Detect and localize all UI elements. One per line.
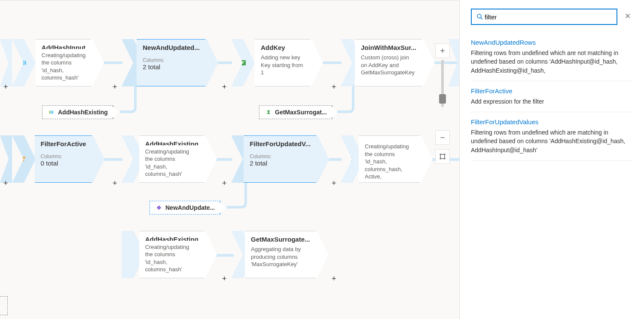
zoom-slider[interactable] [441, 60, 444, 107]
result-title[interactable]: NewAndUpdatedRows [471, 39, 633, 46]
svg-rect-2 [25, 61, 26, 65]
search-results: NewAndUpdatedRows Filtering rows from un… [471, 33, 633, 161]
search-box[interactable] [471, 9, 617, 25]
node-addhashexisting[interactable]: AddHashExisting Creating/updating the co… [122, 135, 214, 183]
columns-value: 2 total [143, 63, 200, 71]
search-result[interactable]: FilterForUpdatedValues Filtering rows fr… [471, 112, 633, 161]
close-search-button[interactable] [623, 11, 633, 23]
add-step-button[interactable]: + [3, 179, 8, 187]
node-updateobsolete[interactable]: UpdateObsolete Creating/updating the col… [341, 135, 430, 183]
result-title[interactable]: FilterForActive [471, 87, 633, 95]
node-title: NewAndUpdated... [143, 44, 200, 51]
svg-point-21 [477, 14, 481, 18]
derived-column-icon [126, 155, 134, 163]
node-title: GetMaxSurrogate... [251, 236, 310, 243]
derived-column-icon [346, 155, 354, 163]
svg-rect-13 [129, 157, 131, 161]
next-node-lead[interactable] [449, 39, 459, 86]
ref-addhashexisting[interactable]: AddHashExisting [42, 105, 113, 119]
node-desc: Creating/updating the columns 'id_hash, … [145, 148, 198, 178]
result-desc: Add expression for the filter [471, 97, 633, 106]
node-title: AddHashExisting [145, 236, 198, 241]
node-desc: Creating/updating the columns 'id_hash, … [365, 143, 414, 181]
columns-value: 2 total [250, 160, 311, 167]
aggregate-icon [234, 251, 242, 258]
node-title: FilterForActive [41, 140, 86, 147]
filter-icon [19, 155, 27, 163]
exists-icon [125, 59, 133, 67]
derived-column-icon [48, 108, 55, 116]
svg-rect-6 [242, 63, 244, 64]
svg-rect-1 [23, 61, 24, 65]
node-addkey[interactable]: AddKey Adding new key Key starting from … [231, 39, 324, 86]
result-title[interactable]: FilterForUpdatedValues [471, 118, 633, 126]
node-title: AddHashExisting [145, 140, 198, 145]
svg-marker-3 [126, 60, 132, 66]
exists-icon [155, 204, 163, 212]
add-step-button[interactable]: + [3, 83, 8, 91]
search-icon [476, 13, 484, 21]
ref-label: AddHashExisting [58, 109, 108, 116]
svg-rect-14 [131, 157, 133, 161]
fit-to-screen-button[interactable] [435, 149, 450, 164]
svg-rect-0 [21, 61, 22, 65]
columns-label: Columns: [41, 153, 86, 160]
svg-marker-15 [235, 156, 241, 162]
aggregate-icon [265, 108, 272, 116]
node-desc: Creating/updating the columns 'id_hash, … [42, 52, 86, 82]
node-addhashinput[interactable]: AddHashInput Creating/updating the colum… [12, 39, 104, 86]
zoom-out-button[interactable] [435, 130, 450, 145]
zoom-thumb[interactable] [439, 94, 446, 104]
result-desc: Filtering rows from undefined which are … [471, 49, 633, 75]
add-step-button[interactable]: + [332, 83, 336, 91]
node-filterforactive[interactable]: FilterForActive Columns: 0 total [12, 135, 104, 183]
svg-point-8 [347, 61, 351, 65]
node-title: FilterForUpdatedV... [250, 140, 311, 147]
svg-rect-9 [49, 111, 50, 114]
ref-label: NewAndUpdate... [165, 204, 215, 211]
svg-marker-19 [157, 206, 162, 210]
svg-rect-5 [242, 61, 244, 62]
ref-newandupdated[interactable]: NewAndUpdate... [150, 201, 220, 215]
node-desc: Aggregating data by producing columns 'M… [251, 245, 310, 268]
node-addhashexisting-3[interactable]: . AddHashExisting Creating/updating the … [122, 231, 214, 278]
node-getmaxsurrogate[interactable]: GetMaxSurrogate... Aggregating data by p… [231, 231, 324, 278]
search-result[interactable]: NewAndUpdatedRows Filtering rows from un… [471, 33, 633, 81]
columns-label: Columns: [143, 57, 200, 63]
join-icon [344, 59, 351, 67]
svg-rect-10 [51, 111, 52, 114]
exists-icon [234, 155, 241, 163]
svg-point-7 [345, 61, 349, 65]
ref-getmaxsurrogate[interactable]: GetMaxSurrogat... [259, 105, 333, 119]
columns-label: Columns: [250, 153, 311, 160]
canvas-area[interactable]: AddHashInput Creating/updating the colum… [0, 0, 459, 319]
node-desc: Custom (cross) join on AddKey and GetMax… [361, 54, 416, 77]
columns-value: 0 total [41, 160, 86, 167]
source-stub[interactable] [0, 296, 8, 315]
add-step-button[interactable]: + [222, 179, 227, 187]
node-newandupdatedrows[interactable]: NewAndUpdated... Columns: 2 total [122, 39, 214, 86]
ref-label: GetMaxSurrogat... [275, 109, 327, 116]
add-step-button[interactable]: + [113, 83, 117, 91]
svg-rect-20 [440, 154, 444, 158]
add-step-button[interactable]: + [332, 275, 336, 282]
node-title: JoinWithMaxSur... [361, 44, 416, 51]
derived-column-icon [20, 59, 27, 67]
add-step-button[interactable]: + [113, 179, 117, 187]
search-result[interactable]: FilterForActive Add expression for the f… [471, 81, 633, 112]
search-input[interactable] [484, 13, 612, 21]
node-filterforupdatedvalues[interactable]: FilterForUpdatedV... Columns: 2 total [231, 135, 324, 183]
svg-line-22 [481, 18, 482, 19]
svg-rect-12 [128, 157, 129, 161]
add-step-button[interactable]: + [222, 83, 227, 91]
add-step-button[interactable]: + [332, 179, 336, 187]
result-desc: Filtering rows from undefined which are … [471, 128, 633, 154]
node-title: AddHashInput [42, 44, 86, 49]
add-step-button[interactable]: + [222, 275, 227, 282]
node-joinwithmaxsurrogate[interactable]: JoinWithMaxSur... Custom (cross) join on… [341, 39, 430, 86]
node-title: AddKey [261, 44, 305, 51]
node-desc: Adding new key Key starting from 1 [261, 54, 305, 77]
svg-rect-18 [351, 157, 352, 161]
zoom-in-button[interactable] [435, 43, 450, 58]
node-desc: Creating/updating the columns 'id_hash, … [145, 243, 198, 273]
